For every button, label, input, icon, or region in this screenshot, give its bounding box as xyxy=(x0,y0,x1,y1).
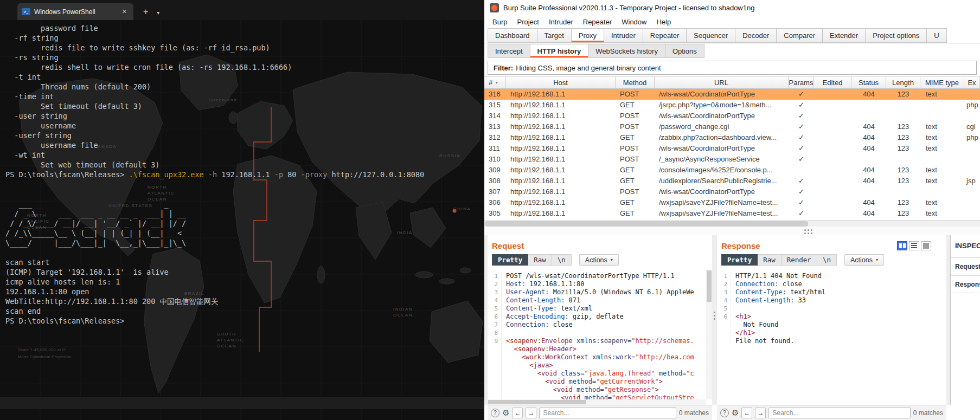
table-horizontal-scrollbar[interactable] xyxy=(484,220,980,227)
response-tab-pretty[interactable]: Pretty xyxy=(721,254,758,266)
match-count: 0 matches xyxy=(679,409,709,417)
table-row-314[interactable]: 314http://192.168.1.1POST/wls-wsat/Coord… xyxy=(484,111,980,121)
column-header-url[interactable]: URL xyxy=(655,76,789,89)
column-header-status[interactable]: Status xyxy=(851,76,886,89)
column-header-n[interactable]: #▼ xyxy=(484,76,506,89)
powershell-icon: >_ xyxy=(22,8,30,15)
column-header-length[interactable]: Length xyxy=(886,76,920,89)
request-code[interactable]: 1POST /wls-wsat/CoordinatorPortType HTTP… xyxy=(488,270,712,405)
code-text: Content-Length: xyxy=(506,296,565,304)
request-panel: Request PrettyRaw\nActions▾ 1POST /wls-w… xyxy=(488,235,712,405)
cell: ✓ xyxy=(789,100,814,111)
subtab-websockets-history[interactable]: WebSockets history xyxy=(588,44,665,58)
column-header-params[interactable]: Params xyxy=(789,76,814,89)
code-text: Not Found xyxy=(735,321,778,328)
request-vertical-scrollbar[interactable] xyxy=(706,270,712,399)
table-row-305[interactable]: 305http://192.168.1.1GET/wxjsapi/saveYZJ… xyxy=(484,208,980,219)
table-row-309[interactable]: 309http://192.168.1.1GET/console/images/… xyxy=(484,165,980,176)
response-actions-button[interactable]: Actions▾ xyxy=(844,254,884,266)
cell: 404 xyxy=(851,143,886,154)
cell: php xyxy=(964,100,980,111)
column-header-method[interactable]: Method xyxy=(616,76,655,89)
scrollbar-thumb[interactable] xyxy=(485,221,808,227)
filter-bar[interactable]: Filter: Hiding CSS, image and general bi… xyxy=(488,61,977,75)
scrollbar-thumb[interactable] xyxy=(488,400,586,404)
column-header-host[interactable]: Host xyxy=(506,76,616,89)
search-input[interactable] xyxy=(539,408,676,418)
cell xyxy=(814,176,851,186)
layout-single-button[interactable] xyxy=(921,241,931,250)
subtab-http-history[interactable]: HTTP history xyxy=(530,44,589,58)
tab-decoder[interactable]: Decoder xyxy=(735,28,777,43)
request-horizontal-scrollbar[interactable] xyxy=(488,399,706,405)
menu-item-help[interactable]: Help xyxy=(651,15,676,28)
table-row-311[interactable]: 311http://192.168.1.1POST/wls-wsat/Coord… xyxy=(484,143,980,154)
tab-close-icon[interactable]: ✕ xyxy=(120,7,129,16)
settings-gear-icon[interactable]: ⚙ xyxy=(732,409,739,417)
request-actions-button[interactable]: Actions▾ xyxy=(579,254,619,266)
panel-splitter-horizontal[interactable] xyxy=(484,227,980,235)
subtab-options[interactable]: Options xyxy=(665,44,704,58)
table-row-312[interactable]: 312http://192.168.1.1GET/zabbix.php?acti… xyxy=(484,132,980,143)
table-row-306[interactable]: 306http://192.168.1.1GET/wxjsapi/saveYZJ… xyxy=(484,197,980,208)
layout-rows-button[interactable] xyxy=(909,241,919,250)
tab-extender[interactable]: Extender xyxy=(822,28,866,43)
tab-dropdown-icon[interactable]: ▾ xyxy=(153,10,163,20)
menu-item-intruder[interactable]: Intruder xyxy=(544,15,578,28)
inspector-section-request-att[interactable]: Request att xyxy=(951,257,980,275)
terminal-line: -rs string xyxy=(5,53,484,62)
cell: /wls-wsat/CoordinatorPortType xyxy=(655,89,789,100)
code-text: File not found. xyxy=(735,337,794,345)
tab-sequencer[interactable]: Sequencer xyxy=(686,28,735,43)
table-row-315[interactable]: 315http://192.168.1.1GET/jsrpc.php?type=… xyxy=(484,100,980,111)
terminal-text-segment: -rs string xyxy=(5,53,59,62)
layout-columns-button[interactable] xyxy=(897,241,907,250)
splitter-handle-icon[interactable] xyxy=(714,312,715,320)
tab-repeater[interactable]: Repeater xyxy=(643,28,687,43)
terminal-line: ___ _ xyxy=(5,199,484,209)
search-next-button[interactable]: → xyxy=(526,408,536,418)
tab-u[interactable]: U xyxy=(926,28,946,43)
settings-gear-icon[interactable]: ⚙ xyxy=(502,409,509,417)
column-header-mime-type[interactable]: MIME type xyxy=(920,76,964,89)
tab-proxy[interactable]: Proxy xyxy=(571,28,604,43)
help-icon[interactable]: ? xyxy=(491,409,499,417)
menu-item-repeater[interactable]: Repeater xyxy=(578,15,617,28)
table-row-313[interactable]: 313http://192.168.1.1POST/password_chang… xyxy=(484,121,980,132)
request-tab-pretty[interactable]: Pretty xyxy=(492,254,528,266)
menu-item-project[interactable]: Project xyxy=(512,15,543,28)
search-prev-button[interactable]: ← xyxy=(741,408,752,418)
cell xyxy=(851,186,886,197)
subtab-intercept[interactable]: Intercept xyxy=(488,44,530,58)
terminal-tab-powershell[interactable]: >_ Windows PowerShell ✕ xyxy=(17,3,133,20)
search-next-button[interactable]: → xyxy=(755,408,766,418)
table-row-316[interactable]: 316http://192.168.1.1POST/wls-wsat/Coord… xyxy=(484,89,980,100)
tab-comparer[interactable]: Comparer xyxy=(776,28,823,43)
request-tab-n[interactable]: \n xyxy=(552,254,572,266)
inspector-section-response[interactable]: Response xyxy=(951,275,980,293)
column-header-ex[interactable]: Ex xyxy=(964,76,980,89)
request-tab-raw[interactable]: Raw xyxy=(528,254,552,266)
help-icon[interactable]: ? xyxy=(720,409,729,417)
tab-target[interactable]: Target xyxy=(537,28,572,43)
column-header-edited[interactable]: Edited xyxy=(814,76,851,89)
response-tab-render[interactable]: Render xyxy=(782,254,817,266)
panel-splitter-vertical[interactable] xyxy=(712,235,717,405)
search-prev-button[interactable]: ← xyxy=(512,408,523,418)
search-input[interactable] xyxy=(768,408,910,418)
response-code[interactable]: 1HTTP/1.1 404 Not Found2Connection: clos… xyxy=(717,270,946,405)
response-tabs: PrettyRawRender\nActions▾ xyxy=(717,250,946,266)
terminal-screen[interactable]: password file -rf string redis file to w… xyxy=(0,20,484,420)
menu-item-window[interactable]: Window xyxy=(617,15,651,28)
table-row-307[interactable]: 307http://192.168.1.1POST/wls-wsat/Coord… xyxy=(484,186,980,197)
tab-project-options[interactable]: Project options xyxy=(865,28,927,43)
response-tab-raw[interactable]: Raw xyxy=(758,254,782,266)
tab-dashboard[interactable]: Dashboard xyxy=(488,28,537,43)
new-tab-button[interactable]: + xyxy=(140,7,151,20)
table-row-308[interactable]: 308http://192.168.1.1GET/uddiexplorer/Se… xyxy=(484,176,980,186)
scrollbar-thumb[interactable] xyxy=(707,270,712,302)
menu-item-burp[interactable]: Burp xyxy=(488,15,512,28)
response-tab-n[interactable]: \n xyxy=(817,254,837,266)
tab-intruder[interactable]: Intruder xyxy=(604,28,643,43)
table-row-310[interactable]: 310http://192.168.1.1POST/_async/AsyncRe… xyxy=(484,154,980,165)
